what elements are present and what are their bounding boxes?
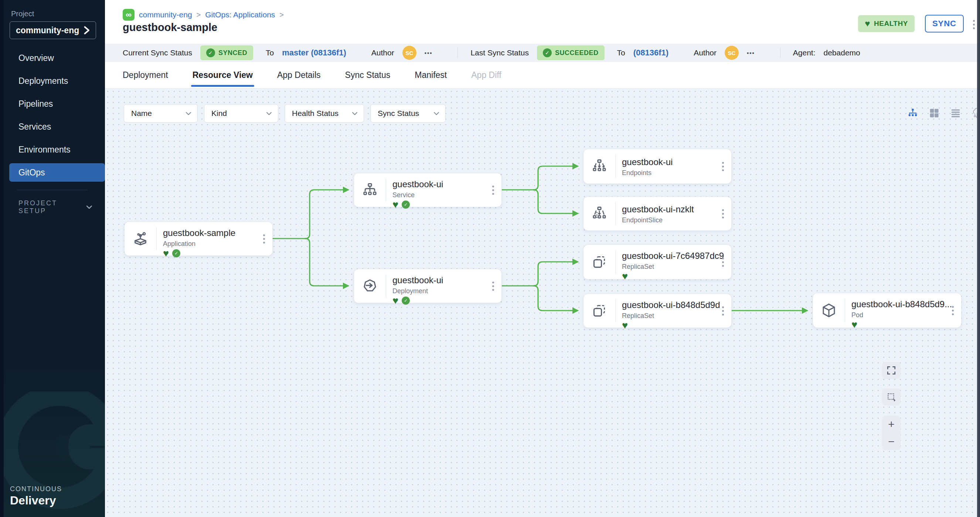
- project-label: Project: [11, 10, 34, 18]
- module-footer-bottom: Delivery: [10, 494, 62, 507]
- sync-status-filter-dropdown[interactable]: Sync Status: [370, 104, 445, 123]
- node-endpoints-guestbook-ui[interactable]: guestbook-ui Endpoints: [583, 149, 732, 184]
- filter-label: Name: [131, 109, 152, 118]
- sidebar-item-label: Pipelines: [19, 99, 53, 109]
- project-setup-label: PROJECT SETUP: [19, 200, 76, 215]
- node-service-guestbook-ui[interactable]: guestbook-ui Service ♥ ✓: [354, 173, 502, 207]
- more-authors-button[interactable]: •••: [425, 50, 433, 56]
- kind-filter-dropdown[interactable]: Kind: [204, 104, 278, 123]
- node-title: guestbook-ui-nzklt: [622, 204, 731, 214]
- node-replicaset-guestbook-ui-7c64987dc9[interactable]: guestbook-ui-7c64987dc9 ReplicaSet ♥: [583, 244, 732, 279]
- node-menu-kebab-icon[interactable]: [261, 232, 267, 246]
- sidebar-item-label: Environments: [19, 145, 71, 155]
- tree-view-icon[interactable]: [907, 107, 919, 119]
- endpointslice-icon: [584, 197, 615, 230]
- succeeded-badge-label: SUCCEEDED: [555, 49, 599, 57]
- node-title: guestbook-sample: [163, 228, 272, 238]
- sidebar-item-environments[interactable]: Environments: [0, 138, 105, 161]
- sidebar-item-deployments[interactable]: Deployments: [0, 70, 105, 92]
- heart-icon: ♥: [865, 19, 870, 28]
- node-title: guestbook-ui: [393, 275, 501, 285]
- fullscreen-icon: [886, 366, 896, 375]
- node-kind: Pod: [851, 311, 961, 319]
- healthy-heart-icon: ♥: [393, 297, 398, 304]
- gitops-app-screen: Project community-eng Overview Deploymen…: [0, 0, 980, 517]
- node-title: guestbook-ui-b848d5d9d: [622, 300, 731, 310]
- author-avatar[interactable]: SC: [402, 46, 417, 60]
- resource-graph-canvas[interactable]: Name Kind Health Status Sync Status: [105, 89, 980, 517]
- more-authors-button[interactable]: •••: [747, 50, 755, 56]
- tab-resource-view[interactable]: Resource View: [192, 62, 253, 88]
- filter-label: Kind: [212, 109, 227, 118]
- node-title: guestbook-ui: [393, 179, 501, 189]
- health-status-filter-dropdown[interactable]: Health Status: [285, 104, 364, 123]
- node-replicaset-guestbook-ui-b848d5d9d[interactable]: guestbook-ui-b848d5d9d ReplicaSet ♥: [583, 293, 732, 328]
- author-avatar[interactable]: SC: [725, 46, 739, 60]
- breadcrumb-applications-link[interactable]: GitOps: Applications: [205, 10, 275, 19]
- tab-deployment[interactable]: Deployment: [123, 62, 168, 88]
- list-view-icon[interactable]: [950, 107, 961, 119]
- sidebar-item-services[interactable]: Services: [0, 115, 105, 138]
- sidebar-item-pipelines[interactable]: Pipelines: [0, 92, 105, 115]
- tab-sync-status[interactable]: Sync Status: [345, 62, 391, 88]
- breadcrumb: ∞ community-eng > GitOps: Applications >: [123, 9, 284, 21]
- node-title: guestbook-ui-7c64987dc9: [622, 251, 731, 261]
- healthy-heart-icon: ♥: [622, 321, 628, 330]
- project-setup-toggle[interactable]: PROJECT SETUP: [19, 200, 92, 215]
- node-menu-kebab-icon[interactable]: [950, 304, 956, 317]
- current-revision-link[interactable]: master (08136f1): [282, 48, 346, 58]
- filter-label: Health Status: [292, 109, 339, 118]
- sync-button[interactable]: SYNC: [925, 15, 964, 32]
- page-header: ∞ community-eng > GitOps: Applications >…: [105, 0, 980, 44]
- node-menu-kebab-icon[interactable]: [720, 207, 726, 220]
- node-menu-kebab-icon[interactable]: [720, 160, 726, 173]
- node-title: guestbook-ui: [622, 157, 731, 167]
- zoom-out-button[interactable]: −: [882, 433, 900, 450]
- sidebar-item-overview[interactable]: Overview: [0, 46, 105, 70]
- node-kind: Service: [393, 191, 501, 199]
- author-label: Author: [694, 48, 716, 57]
- chevron-down-icon: [86, 205, 92, 210]
- to-label: To: [266, 48, 274, 57]
- node-menu-kebab-icon[interactable]: [490, 183, 496, 197]
- view-toggles: [907, 107, 980, 119]
- fullscreen-button[interactable]: [882, 362, 900, 379]
- node-menu-kebab-icon[interactable]: [720, 304, 726, 317]
- health-status-badge: ♥ HEALTHY: [858, 15, 915, 32]
- chevron-down-icon: [433, 111, 439, 116]
- filter-label: Sync Status: [378, 109, 419, 118]
- page-title: guestbook-sample: [123, 21, 217, 33]
- breadcrumb-separator: >: [279, 11, 284, 19]
- header-actions: ♥ HEALTHY SYNC: [858, 15, 964, 32]
- last-revision-link[interactable]: (08136f1): [633, 48, 668, 58]
- scrollbar[interactable]: [977, 0, 980, 517]
- chevron-down-icon: [186, 111, 191, 116]
- chevron-right-icon: [83, 26, 90, 35]
- node-menu-kebab-icon[interactable]: [720, 255, 726, 269]
- tab-manifest[interactable]: Manifest: [415, 62, 447, 88]
- app-menu-kebab-icon[interactable]: [971, 18, 977, 32]
- node-pod-guestbook-ui-b848d5d9d[interactable]: guestbook-ui-b848d5d9... Pod ♥: [813, 293, 961, 328]
- name-filter-dropdown[interactable]: Name: [124, 104, 198, 123]
- zoom-in-button[interactable]: +: [882, 416, 900, 433]
- project-selector[interactable]: community-eng: [10, 21, 96, 39]
- window-edge: [0, 0, 4, 517]
- current-sync-label: Current Sync Status: [123, 48, 192, 57]
- sidebar-item-gitops[interactable]: GitOps: [9, 163, 105, 182]
- marquee-zoom-button[interactable]: [882, 389, 900, 406]
- project-name: community-eng: [16, 25, 79, 35]
- node-menu-kebab-icon[interactable]: [490, 279, 496, 293]
- zoom-pill: + −: [882, 416, 900, 450]
- sidebar-item-label: Services: [19, 122, 51, 132]
- deployment-icon: [354, 269, 386, 303]
- node-kind: ReplicaSet: [622, 263, 731, 271]
- node-deployment-guestbook-ui[interactable]: guestbook-ui Deployment ♥ ✓: [354, 269, 502, 303]
- breadcrumb-project-link[interactable]: community-eng: [139, 10, 192, 19]
- synced-check-icon: ✓: [172, 249, 180, 257]
- grid-view-icon[interactable]: [928, 107, 940, 119]
- check-circle-icon: ✓: [206, 48, 215, 57]
- node-application-guestbook-sample[interactable]: guestbook-sample Application ♥ ✓: [124, 222, 273, 256]
- node-kind: ReplicaSet: [622, 312, 731, 320]
- tab-app-details[interactable]: App Details: [277, 62, 321, 88]
- node-endpointslice-guestbook-ui-nzklt[interactable]: guestbook-ui-nzklt EndpointSlice: [583, 197, 732, 231]
